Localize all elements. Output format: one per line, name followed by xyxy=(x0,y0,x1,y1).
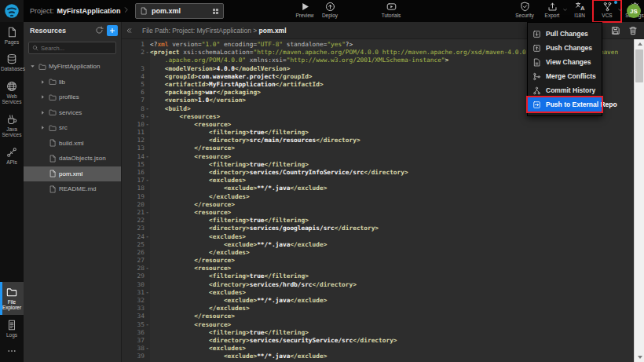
grid-icon[interactable] xyxy=(212,8,219,15)
caret-right-icon[interactable] xyxy=(40,79,46,85)
more-options-button[interactable] xyxy=(0,342,24,362)
topbar-action-deploy[interactable]: Deploy xyxy=(317,2,342,20)
code-line: 27 </resource> xyxy=(122,257,634,265)
code-text: </resource> xyxy=(150,257,235,265)
tree-item-profiles[interactable]: profiles xyxy=(24,90,121,105)
fold-marker[interactable]: - xyxy=(145,121,150,129)
line-number: 8 xyxy=(122,105,145,113)
fold-marker[interactable]: - xyxy=(145,153,150,161)
user-avatar[interactable]: JS xyxy=(627,4,641,18)
file-icon xyxy=(49,170,57,177)
delete-icon[interactable] xyxy=(628,26,638,35)
topbar-action-preview[interactable]: Preview xyxy=(292,2,317,20)
line-number: 30 xyxy=(122,281,145,289)
tree-item-services[interactable]: services xyxy=(24,105,121,121)
fold-placeholder xyxy=(145,281,150,289)
code-line: 12 <directory>src/main/resources</direct… xyxy=(122,137,634,144)
code-line: 14- <resource> xyxy=(122,153,634,161)
fold-marker[interactable]: - xyxy=(145,209,150,217)
search-input[interactable] xyxy=(41,45,112,52)
fold-placeholder xyxy=(145,169,150,177)
collapse-panel-button[interactable] xyxy=(122,27,136,35)
app-logo[interactable] xyxy=(0,0,24,22)
fold-marker[interactable]: - xyxy=(145,345,150,353)
tree-item-dataobjects-json[interactable]: dataObjects.json xyxy=(24,151,121,166)
fold-marker[interactable]: - xyxy=(145,233,150,241)
sidebar-item-java-services[interactable]: Java Services xyxy=(0,109,24,142)
resources-title: Resources xyxy=(30,27,92,35)
file-icon xyxy=(49,185,57,193)
line-number: 20 xyxy=(122,201,145,209)
line-number: 2 xyxy=(122,49,145,57)
code-line: 17- <excludes> xyxy=(122,177,634,185)
code-text: <filtering>true</filtering> xyxy=(150,217,309,225)
editor-scrollbar[interactable] xyxy=(634,39,644,362)
add-resource-button[interactable] xyxy=(107,25,118,36)
code-line: 25 <exclude>**/*.java</exclude> xyxy=(122,241,634,249)
line-number: 27 xyxy=(122,257,145,265)
topbar-action-tutorials[interactable]: Tutorials xyxy=(379,2,404,20)
menu-item-push-changes[interactable]: Push Changes xyxy=(528,41,602,55)
tree-item-myfirstapplication[interactable]: MyFirstApplication xyxy=(24,59,121,75)
code-text: <resource> xyxy=(150,209,231,217)
tab-pom-xml[interactable]: pom.xml xyxy=(135,3,224,19)
fold-marker[interactable]: - xyxy=(145,321,150,329)
line-number: 29 xyxy=(122,272,145,280)
sidebar-item-web-services[interactable]: Web Services xyxy=(0,76,24,109)
search-icon xyxy=(32,45,38,51)
refresh-icon[interactable] xyxy=(95,26,104,35)
sidebar-item-apis[interactable]: APIs xyxy=(0,142,24,169)
fold-marker[interactable]: - xyxy=(145,113,150,121)
folder-icon xyxy=(49,93,57,101)
sidebar-item-logs[interactable]: Logs xyxy=(0,315,24,342)
fold-marker[interactable]: - xyxy=(145,265,150,272)
code-text: <exclude>**/*.java</exclude> xyxy=(150,185,327,192)
tree-item-readme-md[interactable]: README.md xyxy=(24,181,121,197)
fold-placeholder xyxy=(145,193,150,201)
scroll-down-button[interactable] xyxy=(635,353,644,362)
fold-placeholder xyxy=(145,297,150,305)
logs-icon xyxy=(6,320,17,331)
code-text: <directory>services/securityService/src<… xyxy=(150,337,397,345)
fold-marker[interactable]: - xyxy=(145,289,150,297)
tree-item-build-xml[interactable]: build.xml xyxy=(24,136,121,152)
caret-down-icon[interactable] xyxy=(30,64,36,69)
code-text: </excludes> xyxy=(150,193,250,201)
menu-item-view-changes[interactable]: View Changes xyxy=(528,55,602,69)
caret-right-icon[interactable] xyxy=(40,125,46,130)
fold-marker[interactable]: - xyxy=(145,105,150,113)
topbar-action-export[interactable]: Export xyxy=(540,2,565,20)
folder-icon xyxy=(49,108,57,116)
fold-marker[interactable]: - xyxy=(145,49,150,57)
line-number: 15 xyxy=(122,161,145,169)
save-icon[interactable] xyxy=(611,26,620,35)
tree-item-lib[interactable]: lib xyxy=(24,75,121,90)
tree-item-pom-xml[interactable]: pom.xml xyxy=(24,166,121,182)
folder-icon xyxy=(49,78,57,86)
tree-item-src[interactable]: src xyxy=(24,120,121,136)
code-text: <filtering>true</filtering> xyxy=(150,272,309,280)
fold-marker[interactable]: - xyxy=(145,177,150,185)
menu-item-merge-conflicts[interactable]: Merge Conflicts xyxy=(528,69,602,83)
sidebar-item-file-explorer[interactable]: File Explorer xyxy=(0,282,24,315)
topbar-action-security[interactable]: Security xyxy=(512,2,537,20)
menu-item-push-to-external-repo[interactable]: Push to External Repo xyxy=(528,97,602,112)
scrollbar-thumb[interactable] xyxy=(635,49,643,82)
coffee-icon xyxy=(6,114,17,125)
topbar-action-vcs[interactable]: VCS xyxy=(595,2,620,20)
deploy-icon xyxy=(325,2,335,12)
scroll-up-button[interactable] xyxy=(635,39,644,49)
code-text: <modelVersion>4.0.0</modelVersion> xyxy=(150,65,290,73)
sidebar-item-pages[interactable]: Pages xyxy=(0,22,24,49)
code-line: 34 </resource> xyxy=(122,313,634,320)
fold-placeholder xyxy=(145,73,150,81)
menu-item-pull-changes[interactable]: Pull Changes xyxy=(528,27,602,41)
caret-right-icon[interactable] xyxy=(40,94,46,100)
sidebar-item-databases[interactable]: Databases xyxy=(0,49,24,75)
topbar-action-i18n[interactable]: AI18N xyxy=(567,2,592,20)
code-line: 37 <directory>services/securityService/s… xyxy=(122,337,634,345)
code-text: <resources> xyxy=(150,113,220,121)
menu-item-commit-history[interactable]: Commit History xyxy=(528,83,602,97)
caret-right-icon[interactable] xyxy=(40,110,46,115)
code-line: 39 <exclude>**/*.java</exclude> xyxy=(122,353,634,360)
